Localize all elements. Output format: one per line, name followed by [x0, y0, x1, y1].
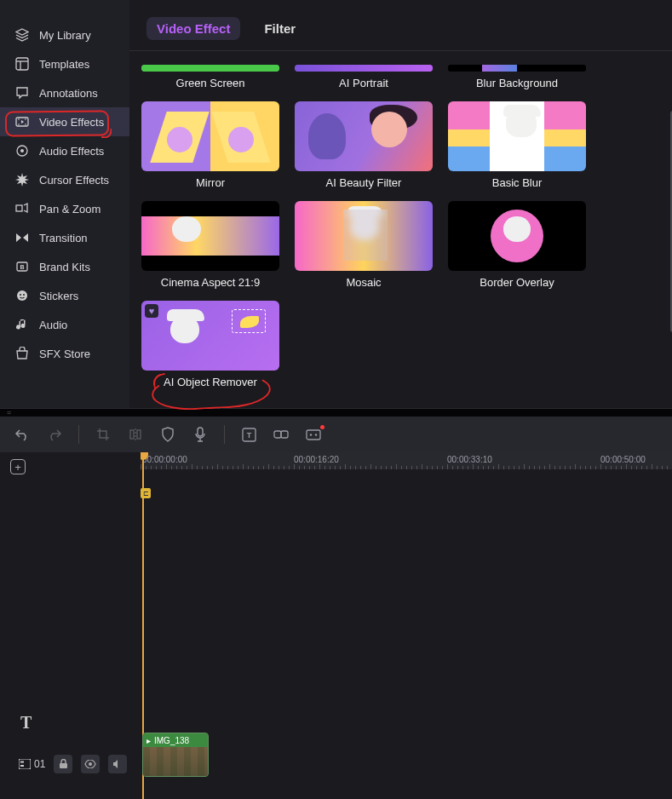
tab-bar: Video EffectFilter — [129, 0, 672, 51]
effect-thumbnail — [295, 65, 433, 72]
svg-point-14 — [20, 294, 21, 296]
split-button[interactable] — [127, 426, 144, 443]
store-icon — [15, 347, 29, 360]
sidebar-item-brand-kits[interactable]: BBrand Kits — [0, 252, 129, 281]
sidebar-item-label: Annotations — [39, 87, 98, 100]
sidebar-item-sfx-store[interactable]: SFX Store — [0, 339, 129, 368]
ruler-timestamp: 00:00:16:20 — [294, 455, 339, 464]
timeline-tracks-area[interactable]: 00:00:00:0000:00:16:2000:00:33:1000:00:5… — [141, 452, 672, 799]
timeline-track-head: + T 01 — [0, 452, 141, 799]
timeline: + T 01 00:00:00:0000:00:16:2000:00:33:10… — [0, 452, 672, 799]
svg-rect-22 — [274, 431, 281, 438]
link-button[interactable] — [273, 426, 290, 443]
svg-rect-19 — [198, 428, 203, 436]
video-icon: ▸ — [146, 736, 151, 745]
effect-label: Blur Background — [476, 77, 558, 89]
svg-point-6 — [25, 118, 26, 120]
sidebar-item-templates[interactable]: Templates — [0, 49, 129, 78]
fx-button[interactable] — [305, 426, 322, 443]
sidebar-item-video-effects[interactable]: Video Effects — [0, 107, 129, 136]
crop-button[interactable] — [95, 426, 112, 443]
svg-rect-29 — [20, 765, 24, 767]
svg-point-4 — [18, 118, 20, 120]
sticker-icon — [15, 289, 29, 302]
effect-card-cinema-aspect-21-9[interactable]: Cinema Aspect 21:9 — [141, 201, 279, 289]
sidebar-item-audio-effects[interactable]: Audio Effects — [0, 136, 129, 165]
svg-rect-24 — [307, 430, 320, 440]
layers-icon — [15, 28, 29, 42]
timeline-ruler[interactable]: 00:00:00:0000:00:16:2000:00:33:1000:00:5… — [141, 452, 672, 469]
svg-point-15 — [23, 294, 25, 296]
track-controls: 01 — [19, 755, 127, 773]
sidebar-item-cursor-effects[interactable]: Cursor Effects — [0, 165, 129, 194]
sidebar-item-pan-zoom[interactable]: Pan & Zoom — [0, 194, 129, 223]
ruler-timestamp: 00:00:00:00 — [142, 455, 187, 464]
sidebar-item-label: Templates — [39, 58, 89, 71]
lock-button[interactable] — [54, 755, 72, 773]
sidebar-item-label: Pan & Zoom — [39, 203, 101, 216]
sidebar-item-label: Transition — [39, 232, 88, 244]
effect-label: Border Overlay — [480, 276, 554, 289]
effect-thumbnail — [448, 201, 586, 271]
audio-icon — [15, 318, 29, 331]
effect-card-ai-portrait[interactable]: AI Portrait — [295, 65, 433, 89]
main-panel: Video EffectFilter Green ScreenAI Portra… — [129, 0, 672, 408]
effect-thumbnail — [448, 65, 586, 72]
ruler-timestamp: 00:00:33:10 — [447, 455, 492, 464]
sidebar-item-audio[interactable]: Audio — [0, 310, 129, 339]
effect-thumbnail — [141, 65, 279, 72]
effect-label: AI Beauty Filter — [326, 176, 402, 189]
effect-card-mirror[interactable]: Mirror — [141, 101, 279, 189]
timeline-toolbar: T — [0, 417, 672, 452]
sidebar-item-label: My Library — [39, 29, 91, 42]
pan-zoom-icon — [15, 202, 29, 216]
track-indicator[interactable]: 01 — [19, 758, 45, 770]
svg-point-9 — [20, 149, 24, 152]
effect-label: Cinema Aspect 21:9 — [161, 276, 260, 289]
toolbar-separator — [78, 425, 79, 444]
brand-icon: B — [15, 260, 29, 273]
effect-card-green-screen[interactable]: Green Screen — [141, 65, 279, 89]
toolbar-separator — [224, 425, 225, 444]
track-count: 01 — [34, 758, 45, 770]
sidebar-item-stickers[interactable]: Stickers — [0, 281, 129, 310]
svg-rect-17 — [137, 430, 141, 439]
sidebar-item-label: Stickers — [39, 290, 78, 302]
effect-thumbnail — [295, 201, 433, 271]
transition-icon — [15, 231, 29, 244]
video-clip[interactable]: ▸ IMG_138 — [142, 733, 209, 777]
mute-button[interactable] — [108, 755, 127, 773]
template-icon — [15, 57, 29, 71]
undo-button[interactable] — [14, 426, 31, 443]
svg-rect-10 — [16, 205, 22, 211]
marker-clip[interactable]: ⊏ — [141, 488, 151, 498]
text-tool-button[interactable]: T — [20, 713, 32, 733]
effect-label: Basic Blur — [492, 176, 543, 189]
effect-card-border-overlay[interactable]: Border Overlay — [448, 201, 586, 289]
effect-card-blur-background[interactable]: Blur Background — [448, 65, 586, 89]
effect-label: Mosaic — [346, 276, 381, 289]
shield-button[interactable] — [159, 426, 176, 443]
effect-card-ai-beauty-filter[interactable]: AI Beauty Filter — [295, 101, 433, 189]
mic-button[interactable] — [192, 426, 209, 443]
effect-card-ai-object-remover[interactable]: ♥AI Object Remover — [141, 301, 279, 388]
svg-rect-27 — [19, 759, 31, 769]
sidebar-item-my-library[interactable]: My Library — [0, 20, 129, 49]
sidebar-item-transition[interactable]: Transition — [0, 223, 129, 252]
effect-card-basic-blur[interactable]: Basic Blur — [448, 101, 586, 189]
redo-button[interactable] — [46, 426, 63, 443]
notification-dot — [320, 425, 325, 429]
sidebar-item-annotations[interactable]: Annotations — [0, 78, 129, 107]
effect-label: AI Object Remover — [164, 376, 257, 388]
svg-point-25 — [310, 434, 312, 435]
ruler-timestamp: 00:00:50:00 — [600, 455, 646, 464]
add-track-button[interactable]: + — [10, 459, 26, 474]
visibility-button[interactable] — [81, 755, 100, 773]
clip-label: IMG_138 — [154, 736, 189, 745]
effect-card-mosaic[interactable]: Mosaic — [295, 201, 433, 289]
text-box-button[interactable]: T — [240, 426, 257, 443]
tab-filter[interactable]: Filter — [254, 17, 306, 40]
tab-video-effect[interactable]: Video Effect — [146, 17, 240, 40]
effect-label: Mirror — [196, 176, 225, 189]
panel-divider[interactable]: = — [0, 408, 672, 417]
